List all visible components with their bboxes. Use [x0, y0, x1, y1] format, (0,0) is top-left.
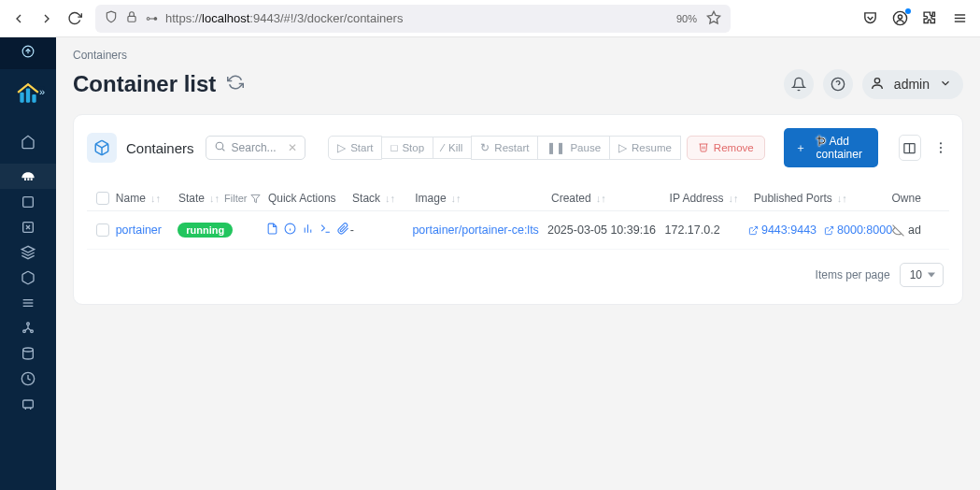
- search-icon: [214, 140, 226, 155]
- svg-marker-17: [21, 246, 34, 252]
- add-container-button[interactable]: ＋ Add container: [784, 128, 878, 167]
- svg-point-38: [940, 147, 942, 149]
- account-icon[interactable]: [892, 10, 909, 27]
- svg-rect-15: [23, 196, 34, 207]
- star-icon[interactable]: [706, 10, 721, 27]
- col-state[interactable]: State↓↑Filter: [178, 192, 268, 205]
- pause-button[interactable]: ❚❚Pause: [537, 136, 610, 160]
- port-link-0[interactable]: 9443:9443: [748, 223, 817, 237]
- stop-button[interactable]: □Stop: [381, 137, 433, 159]
- sidebar-item-events[interactable]: [0, 366, 56, 391]
- col-ports[interactable]: Published Ports↓↑: [754, 192, 892, 205]
- svg-rect-10: [26, 89, 30, 103]
- svg-point-21: [27, 323, 30, 325]
- columns-button[interactable]: [899, 135, 921, 161]
- box-icon: [87, 133, 117, 163]
- restart-button[interactable]: ↻Restart: [471, 136, 538, 160]
- portainer-logo[interactable]: »: [16, 82, 40, 107]
- svg-line-48: [753, 226, 758, 231]
- pocket-icon[interactable]: [862, 10, 879, 27]
- owner-value: ad: [892, 223, 945, 237]
- user-menu[interactable]: admin: [862, 70, 963, 99]
- expand-sidebar-icon[interactable]: »: [39, 86, 45, 97]
- table-row: portainer running - portainer/portainer-…: [87, 211, 949, 250]
- sidebar-upgrade[interactable]: [0, 37, 56, 69]
- col-created[interactable]: Created↓↑: [551, 192, 670, 205]
- exec-icon[interactable]: [320, 223, 332, 238]
- browser-back-button[interactable]: [11, 11, 26, 26]
- sidebar-item-dashboard[interactable]: [0, 164, 56, 189]
- col-ip[interactable]: IP Address↓↑: [670, 192, 754, 205]
- sidebar-item-volumes[interactable]: [0, 340, 56, 366]
- stack-value: -: [350, 223, 413, 237]
- help-button[interactable]: [823, 69, 853, 99]
- col-name[interactable]: Name↓↑: [116, 192, 178, 205]
- trash-icon: [698, 141, 709, 154]
- table-header: Name↓↑ State↓↑Filter Quick Actions Stack…: [87, 186, 949, 211]
- user-name: admin: [894, 77, 930, 92]
- svg-rect-12: [24, 178, 26, 180]
- status-badge: running: [178, 223, 233, 238]
- svg-point-31: [874, 78, 879, 82]
- resume-button[interactable]: ▷Resume: [609, 136, 681, 160]
- image-link[interactable]: portainer/portainer-ce:lts: [412, 223, 538, 237]
- col-owner[interactable]: Owne: [891, 192, 945, 205]
- card-title: Containers: [126, 140, 194, 156]
- hamburger-icon[interactable]: [952, 10, 969, 27]
- refresh-icon[interactable]: [227, 74, 244, 94]
- svg-rect-0: [128, 16, 135, 22]
- select-row-checkbox[interactable]: [96, 223, 109, 237]
- attach-icon[interactable]: [337, 223, 349, 238]
- main-content: Containers Container list admin Co: [56, 37, 980, 490]
- sidebar-item-home[interactable]: [0, 129, 56, 154]
- page-title: Container list: [73, 71, 216, 97]
- plus-icon: ＋: [795, 140, 806, 156]
- browser-reload-button[interactable]: [67, 11, 82, 26]
- filter-button[interactable]: Filter: [224, 193, 261, 204]
- notifications-button[interactable]: [784, 69, 814, 99]
- sidebar: »: [0, 37, 56, 490]
- more-button[interactable]: [932, 135, 949, 161]
- stats-icon[interactable]: [302, 223, 314, 238]
- remove-button[interactable]: Remove: [687, 136, 765, 160]
- container-name-link[interactable]: portainer: [116, 223, 162, 237]
- resume-icon: ▷: [618, 141, 627, 154]
- containers-table: Name↓↑ State↓↑Filter Quick Actions Stack…: [87, 186, 949, 291]
- start-button[interactable]: ▷Start: [328, 136, 382, 160]
- ip-value: 172.17.0.2: [665, 223, 748, 237]
- sidebar-item-images[interactable]: [0, 290, 56, 315]
- sidebar-item-templates[interactable]: [0, 189, 56, 214]
- chevron-down-icon: [939, 77, 952, 93]
- logs-icon[interactable]: [266, 223, 278, 238]
- col-stack[interactable]: Stack↓↑: [352, 192, 415, 205]
- port-link-1[interactable]: 8000:8000: [824, 223, 892, 237]
- svg-point-37: [940, 142, 942, 144]
- sidebar-item-networks[interactable]: [0, 315, 56, 340]
- sidebar-item-layers[interactable]: [0, 239, 56, 265]
- lock-icon: [125, 10, 138, 26]
- items-per-page-select[interactable]: 10: [900, 263, 944, 287]
- inspect-icon[interactable]: [284, 223, 296, 238]
- col-quick-actions: Quick Actions: [268, 192, 352, 205]
- restart-icon: ↻: [480, 141, 490, 154]
- extensions-icon[interactable]: [922, 10, 939, 27]
- sidebar-item-containers[interactable]: [0, 265, 56, 290]
- created-value: 2025-03-05 10:39:16: [547, 223, 665, 237]
- svg-line-49: [829, 226, 833, 231]
- svg-point-39: [940, 151, 942, 153]
- search-input[interactable]: Search... ✕: [206, 136, 306, 160]
- svg-rect-14: [31, 178, 33, 180]
- browser-url-bar[interactable]: ⊶ https://localhost:9443/#!/3/docker/con…: [95, 5, 731, 33]
- clear-search-icon[interactable]: ✕: [288, 141, 297, 154]
- sidebar-item-stacks[interactable]: [0, 214, 56, 239]
- kill-icon: ⁄: [442, 142, 444, 153]
- select-all-checkbox[interactable]: [96, 192, 109, 205]
- browser-forward-button[interactable]: [39, 11, 54, 26]
- svg-point-24: [23, 348, 34, 352]
- cursor-icon: [815, 134, 830, 149]
- col-image[interactable]: Image↓↑: [415, 192, 551, 205]
- svg-line-34: [222, 149, 224, 151]
- kill-button[interactable]: ⁄Kill: [433, 137, 472, 159]
- sidebar-item-host[interactable]: [0, 391, 56, 416]
- breadcrumb[interactable]: Containers: [56, 37, 980, 64]
